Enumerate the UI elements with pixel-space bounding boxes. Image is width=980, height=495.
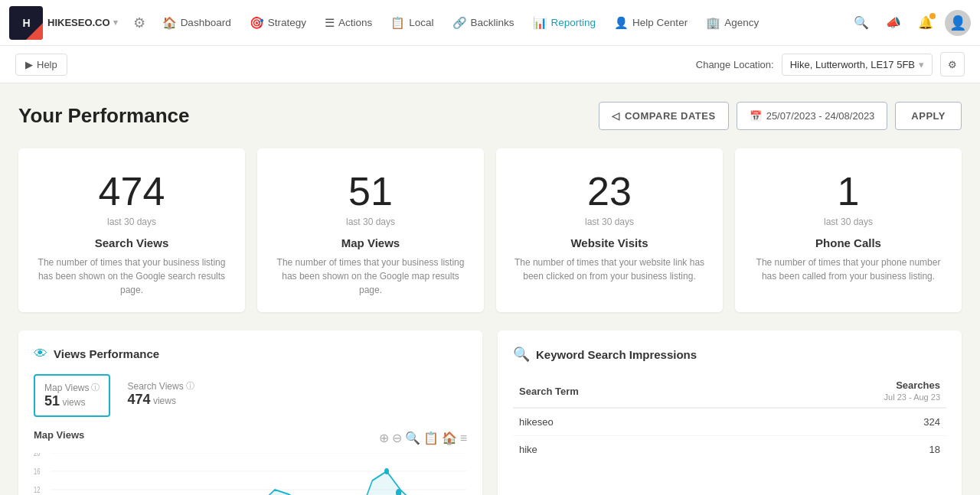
search-term-cell: hikeseo [513, 408, 735, 436]
svg-text:20: 20 [34, 453, 40, 458]
svg-text:12: 12 [34, 486, 40, 494]
sidebar-item-backlinks[interactable]: 🔗 Backlinks [445, 11, 522, 34]
sidebar-item-local[interactable]: 📋 Local [383, 11, 441, 34]
metric-website-visits: 23 last 30 days Website Visits The numbe… [496, 148, 723, 312]
search-icon: 🔍 [513, 346, 530, 363]
chart-svg: 20 16 12 8 4 0 [34, 453, 467, 495]
tab-search-views[interactable]: Search Views ⓘ 474 views [118, 374, 203, 417]
download-tool[interactable]: 📋 [423, 431, 439, 445]
zoom-reset-tool[interactable]: 🔍 [405, 431, 420, 445]
views-performance-panel: 👁 Views Performance Map Views ⓘ 51 views [18, 331, 482, 495]
sidebar-item-reporting[interactable]: 📊 Reporting [525, 11, 604, 34]
home-tool[interactable]: 🏠 [442, 431, 457, 445]
keyword-impressions-header: 🔍 Keyword Search Impressions [513, 346, 946, 363]
chart-title: Map Views [34, 429, 84, 441]
views-performance-title: Views Performance [54, 347, 159, 360]
notifications-button[interactable]: 📣 [880, 10, 906, 36]
svg-point-13 [384, 468, 389, 474]
avatar[interactable]: 👤 [945, 10, 971, 36]
agency-icon: 🏢 [706, 16, 720, 30]
nav-settings[interactable]: ⚙ [127, 10, 152, 36]
sidebar-item-strategy[interactable]: 🎯 Strategy [242, 11, 314, 34]
searches-count-cell: 18 [735, 436, 946, 464]
page-header: Your Performance ◁ COMPARE DATES 📅 25/07… [18, 102, 962, 130]
svg-marker-12 [51, 471, 456, 495]
chevron-down-icon: ▾ [919, 59, 924, 70]
table-header-row: Search Term Searches Jul 23 - Aug 23 [513, 375, 946, 408]
bottom-panels: 👁 Views Performance Map Views ⓘ 51 views [18, 331, 962, 495]
dashboard-icon: 🏠 [162, 16, 177, 30]
info-icon: ⓘ [91, 382, 100, 393]
sidebar-item-help[interactable]: 👤 Help Center [606, 11, 695, 34]
keyword-table: Search Term Searches Jul 23 - Aug 23 hik… [513, 375, 946, 463]
eye-icon: 👁 [34, 346, 47, 362]
zoom-out-tool[interactable]: ⊖ [392, 431, 402, 445]
chart-area: 20 16 12 8 4 0 [34, 453, 467, 495]
apply-button[interactable]: APPLY [895, 102, 962, 130]
site-name[interactable]: HIKESEO.CO ▾ [47, 17, 118, 28]
info-icon: ⓘ [186, 380, 194, 392]
metric-map-views: 51 last 30 days Map Views The number of … [257, 148, 484, 312]
help-video-icon: ▶ [25, 59, 33, 70]
help-button[interactable]: ▶ Help [15, 54, 67, 76]
menu-tool[interactable]: ≡ [460, 431, 467, 445]
gear-icon: ⚙ [948, 59, 957, 70]
metrics-grid: 474 last 30 days Search Views The number… [18, 148, 962, 312]
col-searches: Searches Jul 23 - Aug 23 [735, 375, 946, 408]
chevron-left-icon: ◁ [612, 110, 620, 122]
keyword-table-body: hikeseo 324 hike 18 [513, 408, 946, 463]
keyword-impressions-title: Keyword Search Impressions [536, 348, 697, 361]
searches-count-cell: 324 [735, 408, 946, 436]
tab-map-views[interactable]: Map Views ⓘ 51 views [34, 374, 110, 417]
chart-tools: ⊕ ⊖ 🔍 📋 🏠 ≡ [379, 431, 467, 445]
header-actions: ◁ COMPARE DATES 📅 25/07/2023 - 24/08/202… [599, 102, 962, 130]
date-range-button[interactable]: 📅 25/07/2023 - 24/08/2023 [737, 102, 888, 130]
metric-phone-calls: 1 last 30 days Phone Calls The number of… [735, 148, 962, 312]
zoom-in-tool[interactable]: ⊕ [379, 431, 389, 445]
help-icon: 👤 [614, 16, 629, 30]
table-row: hike 18 [513, 436, 946, 464]
sidebar-item-actions[interactable]: ☰ Actions [317, 11, 380, 34]
backlinks-icon: 🔗 [452, 16, 467, 30]
navbar-actions: 🔍 📣 🔔 👤 [848, 10, 971, 36]
keyword-impressions-panel: 🔍 Keyword Search Impressions Search Term… [498, 331, 962, 495]
sidebar-item-agency[interactable]: 🏢 Agency [698, 11, 766, 34]
location-select[interactable]: Hike, Lutterworth, LE17 5FB ▾ [782, 54, 933, 76]
search-button[interactable]: 🔍 [848, 10, 874, 36]
table-row: hikeseo 324 [513, 408, 946, 436]
subheader: ▶ Help Change Location: Hike, Lutterwort… [0, 46, 980, 83]
page-title: Your Performance [18, 104, 189, 128]
views-performance-header: 👁 Views Performance [34, 346, 467, 362]
views-tabs: Map Views ⓘ 51 views Search Views ⓘ 474 [34, 374, 467, 417]
strategy-icon: 🎯 [250, 16, 264, 30]
location-settings-button[interactable]: ⚙ [940, 52, 965, 77]
compare-dates-button[interactable]: ◁ COMPARE DATES [599, 102, 728, 130]
search-term-cell: hike [513, 436, 735, 464]
svg-text:16: 16 [34, 467, 40, 476]
actions-icon: ☰ [325, 16, 335, 30]
navbar: H HIKESEO.CO ▾ ⚙ 🏠 Dashboard 🎯 Strategy … [0, 0, 980, 46]
calendar-icon: 📅 [750, 110, 762, 122]
reporting-icon: 📊 [533, 16, 547, 30]
metric-search-views: 474 last 30 days Search Views The number… [18, 148, 245, 312]
bell-button[interactable]: 🔔 [913, 10, 939, 36]
logo[interactable]: H HIKESEO.CO ▾ [9, 6, 118, 40]
change-location-label: Change Location: [696, 59, 774, 70]
local-icon: 📋 [390, 16, 405, 30]
logo-icon: H [9, 6, 43, 40]
main-content: Your Performance ◁ COMPARE DATES 📅 25/07… [0, 83, 980, 495]
sidebar-item-dashboard[interactable]: 🏠 Dashboard [155, 11, 239, 34]
col-search-term: Search Term [513, 375, 735, 408]
